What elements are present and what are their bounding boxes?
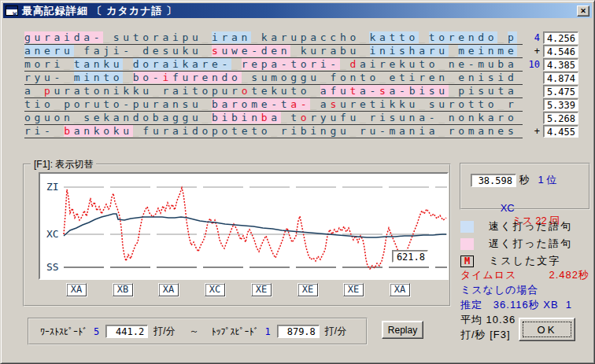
word-segment: sekandobaggu — [83, 112, 201, 123]
word-space: _ — [202, 31, 213, 43]
word-row: oguon_sekandobaggu_bibinba_toryufu_risun… — [24, 112, 578, 125]
word-segment: uwe-den — [222, 45, 291, 57]
word-segment: t — [349, 85, 360, 97]
word-segment: meinme — [458, 45, 517, 57]
section-grade-8[interactable]: XA — [390, 283, 410, 296]
range-tilde: ～ — [190, 325, 199, 338]
groupbox-label: [F1]: 表示切替 — [31, 158, 96, 171]
romaji-text: tio_poruto-puransu_barome-ta-_asuretikku… — [24, 98, 523, 112]
word-space: _ — [231, 58, 242, 70]
word-segment: ru-mania — [360, 125, 438, 137]
word-row: guraida-_sutoraipu_iran_karupaccho_katto… — [24, 31, 578, 45]
grade-value: XC — [501, 202, 515, 214]
result-line-time: 38.598 秒 1 位 — [471, 173, 556, 187]
word-segment: afu — [320, 85, 350, 97]
lap-marker: 10 — [523, 58, 543, 71]
word-space: _ — [202, 45, 213, 57]
word-space: _ — [242, 72, 252, 83]
word-space: _ — [349, 125, 360, 137]
word-segment: ryufu — [310, 112, 360, 123]
ok-button[interactable]: OK — [519, 318, 575, 341]
word-space: _ — [133, 125, 143, 137]
word-space: _ — [54, 98, 65, 110]
chart-groupbox: [F1]: 表示切替 621.8 ZIXCSS XAXBXAXCXEXEXEXA — [23, 164, 451, 307]
top-speed-unit: 打/分 — [325, 325, 346, 338]
section-grade-7[interactable]: XE — [343, 283, 364, 296]
word-segment: o — [301, 112, 311, 123]
section-grade-1[interactable]: XA — [66, 283, 87, 296]
rank-value — [530, 175, 538, 186]
word-segment: ne-muba — [449, 58, 518, 70]
word-segment: s — [330, 98, 340, 110]
word-segment: karupaccho — [261, 31, 360, 43]
lap-time-value: 5.339 — [543, 98, 578, 111]
word-space: _ — [438, 125, 449, 137]
word-segment: desuku — [142, 45, 201, 57]
word-space: _ — [419, 31, 429, 43]
word-segment: furaidopoteto — [142, 125, 271, 137]
section-grade-5[interactable]: XE — [251, 283, 272, 296]
close-button[interactable]: ✕ — [577, 6, 589, 17]
word-space: _ — [123, 58, 133, 70]
section-grade-2[interactable]: XB — [113, 283, 133, 296]
word-row: aneru_faji-_desuku_suwe-den_kurabu_inish… — [24, 45, 578, 58]
section-grade-4[interactable]: XC — [205, 283, 225, 296]
timeloss-value: 2.482秒 — [549, 268, 589, 283]
lap-time-value: 4.256 — [543, 31, 578, 44]
section-grade-3[interactable]: XA — [158, 283, 179, 296]
lap-time-value: 4.874 — [543, 72, 578, 84]
legend-swatch-fast — [460, 221, 474, 233]
word-segment: b — [64, 125, 74, 137]
word-segment: doraikare- — [133, 58, 231, 70]
word-segment: raitopur — [162, 85, 241, 97]
word-segment: bo- — [133, 72, 163, 83]
word-space: _ — [310, 98, 320, 110]
word-segment: a — [320, 98, 331, 110]
y-axis-label-ss: SS — [46, 261, 59, 273]
word-segment: ri- — [24, 125, 54, 137]
word-segment: a- — [290, 98, 310, 110]
romaji-text: guraida-_sutoraipu_iran_karupaccho_katto… — [24, 31, 523, 45]
lap-marker: 4 — [523, 31, 543, 44]
word-space: _ — [290, 45, 301, 57]
dialog-window: 最高記録詳細 〔 カタカナ語 〕 ✕ guraida-_sutoraipu_ir… — [0, 0, 595, 364]
legend-swatch-slow — [460, 238, 474, 250]
word-segment: r — [508, 98, 518, 110]
word-space: _ — [310, 85, 320, 97]
word-segment: a- — [360, 85, 379, 97]
word-segment: romanes — [449, 125, 518, 137]
word-segment: kurabu — [301, 45, 360, 57]
worst-speed-unit: 打/分 — [153, 325, 175, 338]
romaji-text: ryu-_minto_bo-ifurendo_sumoggu_fonto_eti… — [24, 72, 523, 85]
window-title: 最高記録詳細 〔 カタカナ語 〕 — [22, 4, 177, 18]
estimate-line: 推定 36.116秒 XB 1 — [460, 298, 591, 313]
legend-label: 遅く打った語句 — [489, 237, 572, 251]
lap-time-value: 4.455 — [543, 125, 578, 138]
word-segment: a-bisu — [390, 85, 449, 97]
word-segment: enisid — [458, 72, 517, 83]
timeloss-label: タイムロス — [460, 268, 517, 283]
word-segment: minto — [74, 72, 124, 83]
word-space: _ — [251, 31, 261, 43]
word-segment: katto — [369, 31, 419, 43]
word-segment: barome-t — [212, 98, 290, 110]
word-segment: torendo — [429, 31, 498, 43]
word-space: _ — [449, 72, 459, 83]
word-segment: tekuto — [251, 85, 310, 97]
word-segment: uretikku — [340, 98, 419, 110]
title-bar[interactable]: 最高記録詳細 〔 カタカナ語 〕 ✕ — [3, 3, 592, 18]
word-segment: risuna- — [370, 112, 439, 123]
speed-chart: 621.8 ZIXCSS — [39, 172, 449, 280]
speed-range-bar: ﾜｰｽﾄｽﾋﾟｰﾄﾞ 5 441.2 打/分 ～ ﾄｯﾌﾟｽﾋﾟｰﾄﾞ 1 87… — [28, 318, 368, 345]
word-space: _ — [360, 31, 370, 43]
timeloss-line: タイムロス 2.482秒 — [460, 268, 591, 283]
time-value: 38.598 — [471, 174, 516, 187]
lap-time-value: 4.546 — [543, 45, 578, 57]
replay-button[interactable]: Replay — [382, 321, 423, 339]
word-segment: surotto — [429, 98, 498, 110]
romaji-text: oguon_sekandobaggu_bibinba_toryufu_risun… — [24, 112, 523, 125]
word-row: a_puratonikku_raitopurotekuto_afuta-sa-b… — [24, 85, 578, 98]
section-grade-6[interactable]: XE — [298, 283, 318, 296]
word-space: _ — [133, 45, 143, 57]
word-segment: nonkaro — [449, 112, 518, 123]
